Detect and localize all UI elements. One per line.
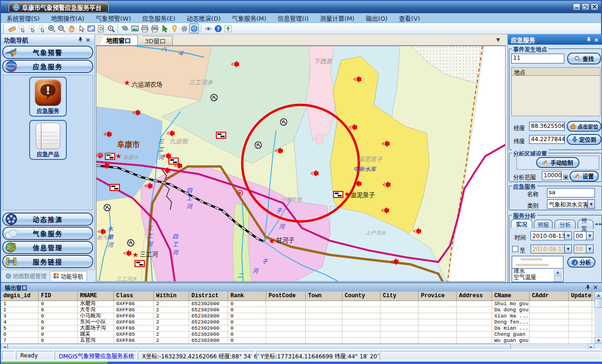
hour-dropdown-disabled[interactable]: 00 ▼ bbox=[574, 245, 594, 253]
pin-icon[interactable] bbox=[584, 284, 592, 291]
output-vertical-scrollbar[interactable]: ▲ ▼ bbox=[594, 292, 602, 344]
locate-to-button[interactable]: 定位到 bbox=[567, 134, 602, 145]
set-button[interactable]: 设置 bbox=[570, 171, 599, 182]
tree-view-icon[interactable] bbox=[223, 24, 233, 33]
menu-item-8[interactable]: 输出(O) bbox=[360, 14, 393, 23]
date-dropdown[interactable]: 2010-08-13 ▼ bbox=[531, 231, 572, 240]
location-search-input[interactable]: 11 bbox=[511, 54, 564, 63]
tab-forecast[interactable]: 预报 bbox=[534, 220, 553, 229]
menu-item-0[interactable]: 系统管理(S) bbox=[1, 14, 45, 23]
manual-draw-button[interactable]: 手动绘制 bbox=[536, 157, 579, 168]
close-button[interactable] bbox=[591, 3, 598, 10]
close-icon[interactable]: × bbox=[84, 36, 92, 43]
name-input[interactable]: sa bbox=[547, 188, 595, 198]
ruler-icon[interactable] bbox=[7, 24, 17, 33]
tab-function-nav[interactable]: 功能导航 bbox=[50, 271, 87, 281]
tab-map-window[interactable]: 地图窗口 bbox=[99, 35, 138, 45]
place-pin-icon[interactable] bbox=[169, 24, 179, 33]
layers-icon[interactable] bbox=[120, 24, 130, 33]
pin-icon[interactable] bbox=[585, 36, 593, 43]
dropdown-arrow-icon[interactable]: ▼ bbox=[586, 232, 593, 240]
table-cell: 652302000 bbox=[189, 325, 228, 331]
table-row[interactable]: 10水磨沟0XFF8626523020000Shui mo gou bbox=[1, 301, 594, 307]
longitude-input[interactable]: 88.3625506 bbox=[529, 122, 565, 131]
tab-scroll-arrows[interactable]: ◄ ► bbox=[594, 222, 602, 226]
listbox-scrollbar[interactable]: ▲ bbox=[554, 269, 562, 282]
select-box-icon[interactable] bbox=[17, 24, 27, 33]
menu-item-4[interactable]: 动态推演(D) bbox=[181, 14, 226, 23]
table-row[interactable]: 40东风一小队0XFF8626523020000Dong fen... bbox=[1, 319, 594, 325]
os-taskbar[interactable] bbox=[1, 362, 602, 364]
menu-item-3[interactable]: 应急服务(E) bbox=[136, 14, 181, 23]
table-cell: 0 bbox=[39, 332, 78, 337]
table-row[interactable]: 30小马厩沟0XFF8626523020000Xiao ma ... bbox=[1, 313, 594, 319]
refresh-icon[interactable] bbox=[96, 24, 106, 33]
emergency-service-shortcut[interactable]: ! 应急服务 bbox=[29, 77, 67, 117]
start-button-sliver[interactable] bbox=[1, 362, 108, 364]
image-export-icon[interactable] bbox=[130, 24, 140, 33]
full-extent-icon[interactable] bbox=[86, 24, 96, 33]
dropdown-arrow-icon[interactable]: ▼ bbox=[587, 200, 594, 208]
nav-service-links[interactable]: 服务链接 bbox=[2, 255, 93, 268]
zoom-out-icon[interactable] bbox=[56, 24, 66, 33]
table-row[interactable]: 60城关0XFF8526523020000Cheng guan bbox=[1, 332, 594, 338]
pointer-icon[interactable] bbox=[76, 24, 86, 33]
toolbar-grip[interactable] bbox=[3, 24, 5, 33]
nav-emergency-service[interactable]: 应急服务 bbox=[2, 60, 93, 73]
nav-info-management[interactable]: 信息管理 bbox=[2, 241, 93, 254]
scroll-down-icon[interactable]: ▼ bbox=[594, 337, 602, 344]
eye-icon[interactable] bbox=[203, 24, 213, 33]
tab-plan[interactable]: 预案 bbox=[578, 220, 594, 229]
help-icon[interactable]: ? bbox=[213, 24, 223, 33]
nav-dynamic-deduction[interactable]: 动态推演 bbox=[2, 213, 93, 226]
menu-item-7[interactable]: 测量计算(M) bbox=[314, 14, 360, 23]
pan-hand-icon[interactable] bbox=[66, 24, 76, 33]
nav-weather-service[interactable]: 气象服务 bbox=[2, 227, 93, 240]
tab-analysis[interactable]: 分析 bbox=[554, 220, 576, 229]
scrollbar-thumb[interactable] bbox=[594, 299, 602, 308]
menu-item-5[interactable]: 气象服务(M) bbox=[226, 14, 272, 23]
print-color-icon[interactable] bbox=[150, 24, 159, 33]
click-locate-button[interactable]: 点击定位 bbox=[567, 121, 602, 132]
find-button[interactable]: 查找 bbox=[567, 53, 601, 64]
tabstrip-dropdown-icon[interactable]: ▼ bbox=[496, 37, 500, 42]
menu-item-9[interactable]: 查看(V) bbox=[393, 14, 426, 23]
nav-weather-warning[interactable]: 气象预警 bbox=[2, 46, 93, 59]
date-dropdown-disabled[interactable]: 2010-08-13 ▼ bbox=[531, 245, 572, 253]
print-icon[interactable] bbox=[140, 24, 150, 33]
select-lasso-icon[interactable] bbox=[27, 24, 37, 33]
table-row[interactable]: 50大面场子沟0XFF8626523020000Da mian ... bbox=[1, 325, 594, 332]
select-cursor-icon[interactable] bbox=[37, 24, 47, 33]
zoom-lens-icon[interactable] bbox=[106, 24, 116, 33]
minimize-button[interactable] bbox=[573, 3, 580, 10]
settings-gear-icon[interactable] bbox=[179, 24, 189, 33]
close-icon[interactable]: × bbox=[593, 36, 600, 43]
close-icon[interactable]: × bbox=[592, 284, 599, 291]
dropdown-arrow-icon[interactable]: ▼ bbox=[564, 232, 571, 240]
scroll-up-icon[interactable]: ▲ bbox=[594, 292, 602, 298]
latitude-input[interactable]: 44.2277844 bbox=[529, 135, 565, 144]
emergency-product-shortcut[interactable]: 应急产品 bbox=[29, 120, 67, 160]
restore-button[interactable] bbox=[582, 3, 589, 10]
analyze-button[interactable]: i 分析 bbox=[567, 257, 595, 268]
menu-item-1[interactable]: 地图操作(A) bbox=[45, 14, 90, 23]
green-pointer-icon[interactable] bbox=[159, 24, 169, 33]
tab-3d-window[interactable]: 3D窗口 bbox=[138, 36, 173, 45]
globe-active-icon[interactable] bbox=[189, 24, 199, 33]
analysis-range-input[interactable]: 10000 bbox=[542, 171, 562, 180]
tab-map-data-management[interactable]: 地图数据管理 bbox=[2, 271, 50, 281]
tab-live[interactable]: 实况 bbox=[511, 219, 532, 228]
pin-icon[interactable] bbox=[77, 36, 84, 43]
table-row[interactable]: 20大冬沟0XFF8626523020000Da dong gou bbox=[1, 307, 594, 313]
type-dropdown[interactable]: 气象和洪水灾害 ▼ bbox=[547, 199, 595, 209]
menu-item-2[interactable]: 气象预警(W) bbox=[90, 14, 136, 23]
to-checkbox[interactable] bbox=[512, 246, 518, 252]
hour-dropdown[interactable]: 00 ▼ bbox=[574, 231, 594, 240]
table-row[interactable]: 70五官沟0XFF8626523020000Wu guan gou bbox=[1, 338, 594, 344]
menu-item-6[interactable]: 信息管理(I) bbox=[272, 14, 314, 23]
map-canvas[interactable]: ★★★★★ 八 斗六运湖农场三工河乡下西泉阜康市城关镇阜康市九运街滋泥泉子中新水… bbox=[96, 46, 506, 282]
location-list[interactable] bbox=[511, 76, 601, 116]
output-table[interactable]: dmgis_idFIDRNAMEClassWithinDistrictRankP… bbox=[1, 292, 594, 344]
scroll-up-icon[interactable]: ▲ bbox=[554, 270, 561, 276]
zoom-in-icon[interactable] bbox=[47, 24, 56, 33]
